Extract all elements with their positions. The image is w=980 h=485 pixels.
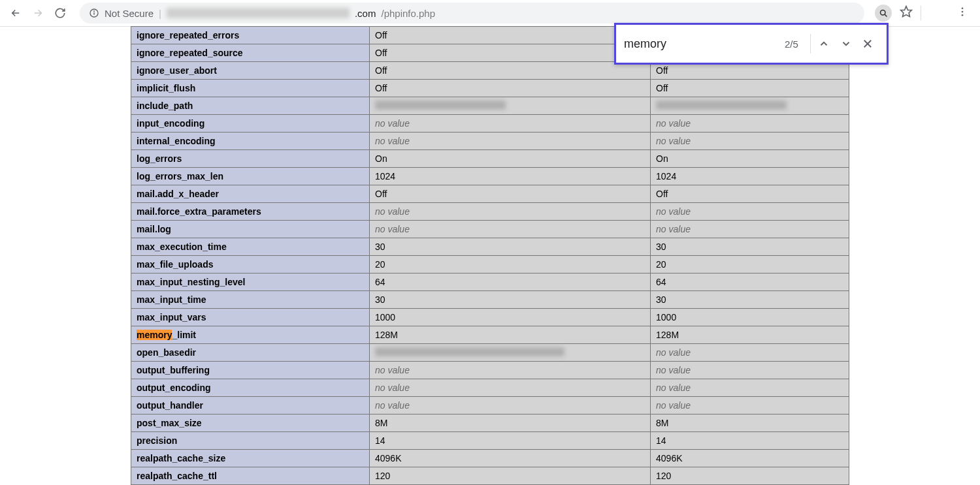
- find-close-button[interactable]: [857, 32, 879, 55]
- url-domain-suffix: .com: [355, 8, 376, 19]
- master-value: 64: [651, 274, 849, 291]
- local-value: 30: [370, 238, 651, 256]
- local-value: 1000: [370, 309, 651, 326]
- toolbar-right: [875, 5, 973, 22]
- directive-name: output_buffering: [131, 362, 370, 379]
- chevron-up-icon: [818, 38, 830, 50]
- directive-name: input_encoding: [131, 115, 370, 133]
- directive-name: output_encoding: [131, 379, 370, 397]
- directive-name: max_input_time: [131, 291, 370, 309]
- chevron-down-icon: [840, 38, 852, 50]
- reload-icon: [54, 7, 66, 19]
- local-value: 20: [370, 256, 651, 274]
- back-button[interactable]: [7, 4, 25, 22]
- local-value: Off: [370, 185, 651, 203]
- svg-point-7: [962, 11, 964, 13]
- table-row: precision1414: [131, 432, 849, 450]
- table-row: memory_limit128M128M: [131, 326, 849, 344]
- address-bar[interactable]: Not Secure | .com/phpinfo.php: [80, 3, 864, 23]
- directive-name: max_input_nesting_level: [131, 274, 370, 291]
- local-value: 1024: [370, 168, 651, 185]
- local-value: Off: [370, 44, 651, 62]
- menu-button[interactable]: [956, 6, 968, 20]
- find-extension-button[interactable]: [875, 5, 892, 22]
- info-icon: [89, 8, 99, 18]
- address-separator: |: [159, 8, 161, 19]
- local-value: 14: [370, 432, 651, 450]
- directive-name: internal_encoding: [131, 133, 370, 150]
- master-value: no value: [651, 344, 849, 362]
- table-row: mail.add_x_headerOffOff: [131, 185, 849, 203]
- master-value: 20: [651, 256, 849, 274]
- master-value: no value: [651, 115, 849, 133]
- table-row: log_errors_max_len10241024: [131, 168, 849, 185]
- directive-name: memory_limit: [131, 326, 370, 344]
- directive-name: max_execution_time: [131, 238, 370, 256]
- table-row: max_input_time3030: [131, 291, 849, 309]
- table-row: log_errorsOnOn: [131, 150, 849, 168]
- blurred-value: [375, 101, 506, 110]
- find-in-page-bar: 2/5: [614, 23, 889, 65]
- svg-point-3: [880, 10, 885, 15]
- table-row: mail.force_extra_parametersno valueno va…: [131, 203, 849, 221]
- directive-name: realpath_cache_ttl: [131, 467, 370, 485]
- local-value: no value: [370, 133, 651, 150]
- find-next-button[interactable]: [835, 32, 857, 55]
- find-match-highlight: memory: [137, 330, 172, 340]
- master-value: no value: [651, 397, 849, 415]
- search-icon: [879, 8, 889, 18]
- table-row: output_encodingno valueno value: [131, 379, 849, 397]
- find-count: 2/5: [776, 39, 808, 50]
- table-row: realpath_cache_ttl120120: [131, 467, 849, 485]
- table-row: input_encodingno valueno value: [131, 115, 849, 133]
- directive-name: max_input_vars: [131, 309, 370, 326]
- page-content: 2/5 ignore_repeated_errorsOffOffignore_r…: [0, 27, 980, 485]
- local-value: no value: [370, 221, 651, 238]
- local-value: [370, 97, 651, 115]
- star-button[interactable]: [900, 5, 913, 21]
- forward-button[interactable]: [29, 4, 47, 22]
- local-value: 64: [370, 274, 651, 291]
- security-label: Not Secure: [105, 8, 154, 19]
- table-row: output_bufferingno valueno value: [131, 362, 849, 379]
- directive-name: post_max_size: [131, 415, 370, 432]
- close-icon: [862, 38, 874, 50]
- local-value: 4096K: [370, 450, 651, 467]
- find-prev-button[interactable]: [813, 32, 835, 55]
- master-value: 30: [651, 238, 849, 256]
- master-value: 128M: [651, 326, 849, 344]
- directive-name: ignore_repeated_source: [131, 44, 370, 62]
- blurred-value: [375, 347, 564, 356]
- master-value: [651, 97, 849, 115]
- reload-button[interactable]: [51, 4, 69, 22]
- find-input[interactable]: [624, 37, 776, 51]
- local-value: On: [370, 150, 651, 168]
- local-value: 8M: [370, 415, 651, 432]
- table-row: internal_encodingno valueno value: [131, 133, 849, 150]
- table-row: mail.logno valueno value: [131, 221, 849, 238]
- directive-name: realpath_cache_size: [131, 450, 370, 467]
- master-value: no value: [651, 221, 849, 238]
- directive-name: precision: [131, 432, 370, 450]
- master-value: 4096K: [651, 450, 849, 467]
- master-value: no value: [651, 379, 849, 397]
- directive-name: open_basedir: [131, 344, 370, 362]
- table-row: max_execution_time3030: [131, 238, 849, 256]
- local-value: 120: [370, 467, 651, 485]
- table-row: realpath_cache_size4096K4096K: [131, 450, 849, 467]
- directive-name: ignore_repeated_errors: [131, 27, 370, 44]
- svg-point-2: [94, 11, 95, 12]
- master-value: 14: [651, 432, 849, 450]
- directive-name: output_handler: [131, 397, 370, 415]
- local-value: no value: [370, 115, 651, 133]
- directive-name: max_file_uploads: [131, 256, 370, 274]
- local-value: [370, 344, 651, 362]
- kebab-menu-icon: [956, 6, 968, 18]
- local-value: no value: [370, 362, 651, 379]
- master-value: 120: [651, 467, 849, 485]
- arrow-left-icon: [10, 7, 22, 19]
- master-value: On: [651, 150, 849, 168]
- master-value: 1000: [651, 309, 849, 326]
- master-value: no value: [651, 133, 849, 150]
- table-row: output_handlerno valueno value: [131, 397, 849, 415]
